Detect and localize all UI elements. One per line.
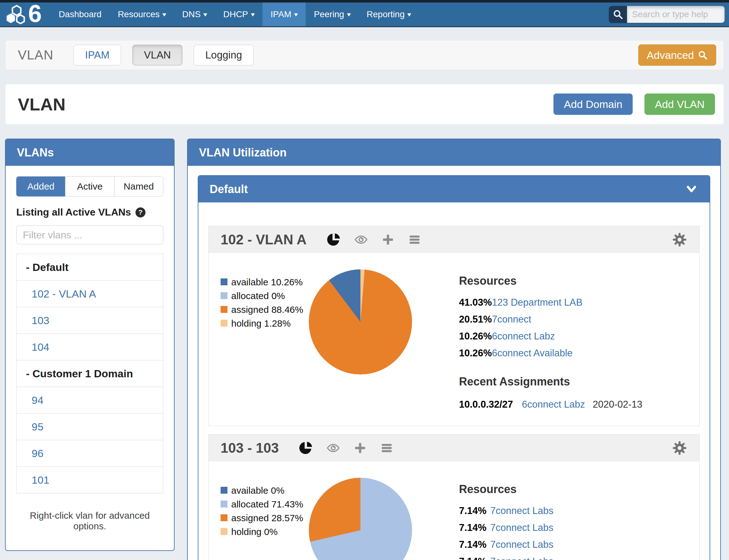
list-item-domain: - Default	[16, 254, 163, 281]
gear-icon[interactable]	[672, 232, 687, 247]
recent-assignment-row: 10.0.0.32/27 6connect Labz 2020-02-13	[459, 399, 642, 410]
vlan-section-102: 102 - VLAN A	[208, 226, 700, 426]
search-input[interactable]	[627, 6, 725, 23]
nav-resources[interactable]: Resources ▾	[110, 3, 174, 26]
vlan-utilization-header: VLAN Utilization	[188, 139, 720, 166]
vlans-sidebar-header: VLANs	[6, 139, 174, 166]
recent-assignments-title: Recent Assignments	[459, 375, 642, 388]
list-item-vlan[interactable]: 102 - VLAN A	[16, 280, 163, 307]
legend-swatch	[221, 292, 227, 299]
vlan-page: { "nav": { "logo": "6", "items": [ {"lab…	[0, 0, 729, 560]
eye-icon[interactable]	[326, 441, 340, 455]
assignment-date: 2020-02-13	[593, 399, 642, 410]
logo-six: 6	[28, 4, 42, 23]
resource-link[interactable]: 7connect Labs	[490, 539, 553, 550]
page-title: VLAN	[18, 94, 65, 115]
resource-row: 10.26%6connect Available	[459, 348, 642, 359]
tab-named[interactable]: Named	[114, 176, 163, 196]
resource-row: 41.03%123 Department LAB	[459, 297, 642, 308]
legend-swatch	[221, 278, 227, 285]
tab-added[interactable]: Added	[16, 176, 65, 196]
nav-dhcp[interactable]: DHCP ▾	[215, 3, 262, 26]
caret-down-icon: ▾	[347, 11, 351, 18]
eye-icon[interactable]	[354, 233, 368, 247]
resource-row: 7.14%7connect Labs	[459, 522, 642, 533]
pie-legend: available 10.26% allocated 0% assigned 8…	[221, 277, 309, 410]
menu-bars-icon[interactable]	[408, 233, 421, 246]
resource-link[interactable]: 6connect Labz	[492, 331, 555, 342]
filter-vlans-input[interactable]	[16, 226, 163, 244]
nav-peering[interactable]: Peering ▾	[306, 3, 359, 26]
legend-swatch	[221, 501, 227, 507]
app-logo[interactable]: 6	[0, 3, 46, 26]
add-vlan-button[interactable]: Add VLAN	[645, 94, 715, 115]
gear-icon[interactable]	[672, 440, 687, 456]
list-item-vlan[interactable]: 94	[16, 387, 163, 414]
list-item-domain: - Customer 1 Domain	[16, 360, 163, 387]
top-navbar: 6 Dashboard Resources ▾ DNS ▾ DHCP ▾ IPA…	[0, 0, 729, 27]
logging-button[interactable]: Logging	[194, 45, 253, 65]
add-domain-button[interactable]: Add Domain	[553, 94, 633, 115]
advanced-search-button[interactable]: Advanced	[638, 44, 716, 66]
tab-active[interactable]: Active	[65, 176, 114, 196]
resource-link[interactable]: 7connect Labs	[490, 556, 553, 560]
list-item-vlan[interactable]: 104	[16, 333, 163, 360]
assignment-link[interactable]: 6connect Labz	[522, 399, 585, 410]
vlan-section-title: 102 - VLAN A	[221, 232, 307, 247]
resources-title: Resources	[459, 483, 642, 496]
resource-link[interactable]: 7connect	[492, 314, 531, 325]
nav-dns[interactable]: DNS ▾	[174, 3, 215, 26]
global-search	[609, 6, 725, 23]
vlan-section-103: 103 - 103	[208, 434, 700, 560]
legend-swatch	[221, 487, 227, 494]
caret-down-icon: ▾	[407, 11, 411, 18]
main-nav: Dashboard Resources ▾ DNS ▾ DHCP ▾ IPAM …	[50, 3, 419, 26]
toolbar-buttons: IPAM VLAN Logging	[74, 45, 254, 65]
caret-down-icon: ▾	[294, 11, 298, 18]
list-item-vlan[interactable]: 96	[16, 440, 163, 467]
vlan-list: - Default 102 - VLAN A 103 104 - Custome…	[16, 254, 163, 493]
cidr-block: 10.0.0.32/27	[459, 399, 513, 410]
plus-icon[interactable]	[382, 233, 394, 246]
legend-swatch	[221, 320, 227, 327]
resource-link[interactable]: 7connect Labs	[490, 505, 553, 516]
utilization-pie-chart	[309, 269, 412, 374]
list-item-vlan[interactable]: 101	[16, 466, 163, 493]
vlan-button[interactable]: VLAN	[132, 45, 182, 65]
menu-bars-icon[interactable]	[380, 441, 393, 455]
help-icon[interactable]: ?	[135, 207, 145, 217]
vlan-section-102-header: 102 - VLAN A	[209, 226, 699, 253]
nav-ipam[interactable]: IPAM ▾	[263, 3, 306, 26]
search-icon	[609, 6, 627, 23]
section-toolbar: VLAN IPAM VLAN Logging Advanced	[5, 40, 724, 70]
vlan-filter-tabs: Added Active Named	[16, 176, 163, 196]
resources-title: Resources	[459, 274, 642, 288]
page-header-panel: VLAN Add Domain Add VLAN	[5, 84, 724, 125]
resource-link[interactable]: 123 Department LAB	[492, 297, 583, 308]
resource-row: 7.14%7connect Labs	[459, 539, 642, 550]
ipam-button[interactable]: IPAM	[74, 45, 121, 65]
nav-dashboard[interactable]: Dashboard	[50, 3, 110, 26]
legend-swatch	[221, 514, 227, 521]
utilization-pie-chart	[309, 478, 412, 560]
pie-chart-icon[interactable]	[326, 232, 340, 247]
chevron-down-icon[interactable]	[686, 184, 697, 195]
vlans-sidebar: VLANs Added Active Named Listing all Act…	[5, 139, 175, 551]
domain-group-header[interactable]: Default	[198, 176, 710, 202]
resource-row: 7.14%7connect Labs	[459, 556, 642, 560]
resource-row: 7.14%7connect Labs	[459, 505, 642, 517]
sidebar-hint: Right-click vlan for advanced options.	[16, 510, 163, 532]
resource-row: 20.51%7connect	[459, 314, 642, 325]
nav-reporting[interactable]: Reporting ▾	[359, 3, 419, 26]
resource-link[interactable]: 7connect Labs	[490, 522, 553, 533]
search-icon	[698, 50, 708, 60]
vlan-utilization-panel: VLAN Utilization Default 102 - VLAN A	[187, 139, 721, 560]
pie-legend: available 0% allocated 71.43% assigned 2…	[221, 485, 309, 560]
resource-link[interactable]: 6connect Available	[492, 348, 573, 359]
list-item-vlan[interactable]: 95	[16, 413, 163, 440]
plus-icon[interactable]	[354, 442, 366, 454]
hexagons-logo-icon	[4, 5, 28, 24]
list-item-vlan[interactable]: 103	[16, 307, 163, 334]
pie-chart-icon[interactable]	[298, 441, 313, 455]
vlan-section-title: 103 - 103	[221, 440, 279, 456]
